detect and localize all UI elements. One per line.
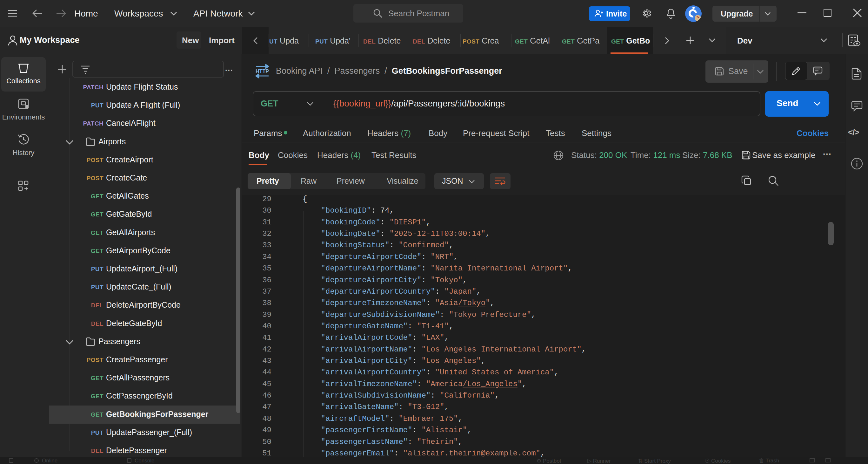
svg-text:HTTP: HTTP — [255, 68, 269, 75]
